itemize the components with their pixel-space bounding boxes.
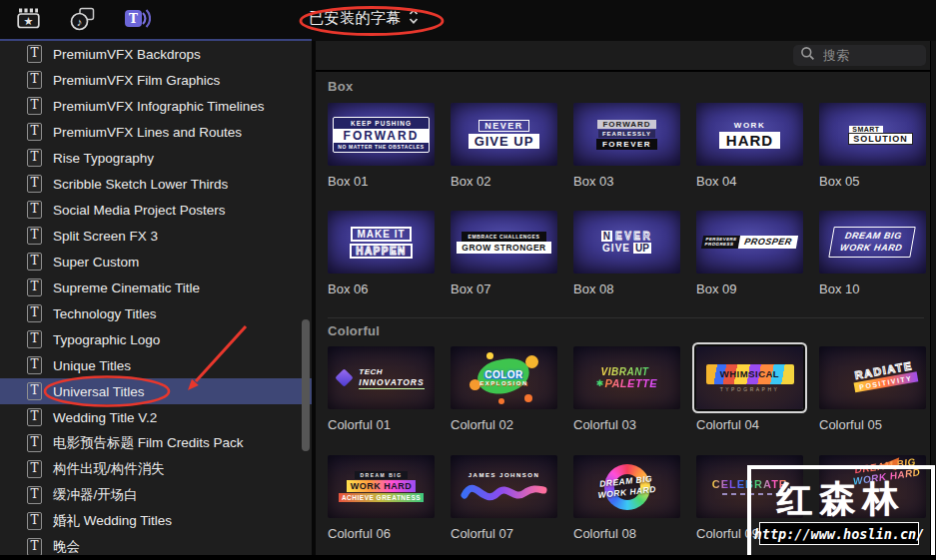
thumbnail-box-10[interactable]: DREAM BIG WORK HARD (819, 211, 926, 274)
thumbnail-colorful-08[interactable]: DREAM BIG WORK HARD (573, 455, 680, 518)
thumbnail-colorful-03[interactable]: VIBRANT ✱ PALETTE (573, 346, 680, 409)
thumbnail-label: Colorful 07 (451, 526, 557, 541)
thumbnail-label: Colorful 04 (696, 417, 803, 432)
thumbnail-box-02[interactable]: NEVER GIVE UP (451, 103, 557, 166)
browser-toolbar: ★ ♪ (0, 0, 936, 41)
thumb-text: FOREVER (596, 139, 657, 150)
photos-audio-browser-button[interactable]: ♪ (66, 7, 98, 35)
paint-dot (486, 352, 493, 359)
thumbnail-box-03[interactable]: FORWARD FEARLESSLY FOREVER (573, 103, 680, 166)
sidebar-item[interactable]: TTechnology Titles (0, 300, 312, 326)
watermark-frame: 红森林 http://www.hoslin.cn/ (747, 465, 935, 559)
thumbnail-box-05[interactable]: SMART SOLUTION (819, 103, 926, 166)
thumbnail-colorful-01[interactable]: TECH INNOVATORS (328, 346, 435, 409)
sidebar-item[interactable]: TUnique Titles (0, 352, 312, 378)
title-pack-icon: T (27, 97, 42, 115)
thumbnail-box-01[interactable]: KEEP PUSHING FORWARD NO MATTER THE OBSTA… (328, 103, 435, 166)
sidebar-item[interactable]: T婚礼 Wedding Titles (0, 508, 312, 534)
title-pack-icon: T (27, 175, 42, 193)
thumbnail-box-08[interactable]: N EVER GIVE UP (573, 211, 680, 274)
grid-cell: EMBRACE CHALLENGES GROW STRONGER Box 07 (451, 211, 557, 296)
thumbnail-art: KEEP PUSHING FORWARD NO MATTER THE OBSTA… (328, 103, 435, 166)
grid-cell: COLOR EXPLOSION Colorful 02 (451, 346, 557, 432)
installed-titles-dropdown[interactable]: 已安装的字幕 (309, 8, 419, 29)
paint-dot (524, 394, 532, 402)
sidebar-item[interactable]: TPremiumVFX Backdrops (0, 41, 312, 67)
sidebar-item[interactable]: TWedding Title V.2 (0, 404, 312, 430)
sidebar-item[interactable]: TPremiumVFX Infographic Timelines (0, 93, 312, 119)
thumb-text: N (601, 231, 612, 242)
sidebar-item[interactable]: TRise Typography (0, 145, 312, 171)
sidebar-item-universal-titles[interactable]: TUniversal Titles (0, 378, 312, 404)
thumb-text: WORK HARD (347, 480, 417, 492)
search-input[interactable] (821, 47, 915, 64)
thumbnail-colorful-07[interactable]: JAMES JOHNSON (451, 455, 557, 518)
title-pack-icon: T (27, 227, 42, 245)
title-pack-icon: T (27, 201, 42, 219)
sidebar-item[interactable]: T缓冲器/开场白 (0, 482, 312, 508)
grid-cell: VIBRANT ✱ PALETTE Colorful 03 (573, 346, 680, 432)
thumbnail-art: N EVER GIVE UP (573, 211, 680, 274)
sidebar-item[interactable]: T电影预告标题 Film Credits Pack (0, 430, 312, 456)
title-pack-icon: T (27, 71, 42, 89)
thumbnail-art: DREAM BIG WORK HARD ACHIEVE GREATNESS (328, 455, 435, 518)
thumbnail-box-06[interactable]: MAKE IT HAPPEN (328, 211, 435, 274)
sidebar-item[interactable]: TSuper Custom (0, 249, 312, 275)
thumbnail-art: SMART SOLUTION (819, 103, 926, 166)
sidebar-item[interactable]: TScribble Sketch Lower Thirds (0, 171, 312, 197)
thumb-text: MAKE IT (351, 227, 411, 242)
title-pack-icon: T (27, 434, 42, 452)
search-row (316, 41, 930, 72)
thumb-text: FORWARD (597, 120, 655, 129)
sidebar-item[interactable]: TSupreme Cinematic Title (0, 275, 312, 300)
thumb-text: EVER (615, 231, 652, 242)
titles-generators-browser-button[interactable]: T (120, 7, 152, 35)
thumbnail-box-04[interactable]: WORK HARD (696, 103, 803, 166)
thumbnail-art: WHIMSICAL TYPOGRAPHY (696, 346, 803, 409)
grid-cell: TECH INNOVATORS Colorful 01 (328, 346, 435, 432)
sidebar-item[interactable]: T构件出现/构件消失 (0, 456, 312, 482)
sidebar-item[interactable]: TSplit Screen FX 3 (0, 223, 312, 249)
thumb-text: UP (633, 243, 651, 254)
sidebar-item[interactable]: TTypographic Logo (0, 326, 312, 352)
thumbnail-colorful-05[interactable]: RADIATE POSITIVITY (819, 346, 926, 409)
thumbnail-art: NEVER GIVE UP (451, 103, 557, 166)
thumbnail-label: Box 05 (819, 174, 926, 189)
thumbnail-colorful-06[interactable]: DREAM BIG WORK HARD ACHIEVE GREATNESS (328, 455, 435, 518)
thumbnail-colorful-04-selected[interactable]: WHIMSICAL TYPOGRAPHY (696, 346, 803, 409)
grid-cell: PERSEVERE PROGRESS PROSPER Box 09 (696, 211, 803, 296)
search-field[interactable] (793, 45, 926, 66)
sidebar-item[interactable]: TPremiumVFX Lines and Routes (0, 119, 312, 145)
thumb-text: FEARLESSLY (598, 130, 655, 138)
thumbnail-label: Box 02 (451, 174, 557, 189)
thumbnail-label: Colorful 03 (573, 417, 680, 432)
svg-text:T: T (129, 12, 138, 26)
thumb-text: EXPLOSION (479, 380, 528, 386)
watermark-brand: 红森林 (751, 475, 931, 524)
thumbnail-label: Box 03 (573, 174, 680, 189)
sidebar-item[interactable]: TPremiumVFX Film Graphics (0, 67, 312, 93)
titles-browser-window: ★ ♪ (0, 0, 936, 560)
thumb-text: DREAM BIG (841, 231, 905, 243)
thumb-text: GIVE (602, 243, 630, 254)
thumb-text: HAPPEN (350, 244, 413, 259)
thumbnail-box-07[interactable]: EMBRACE CHALLENGES GROW STRONGER (451, 211, 557, 274)
thumb-text: ACHIEVE GREATNESS (339, 493, 424, 502)
thumbnail-label: Box 01 (328, 174, 435, 189)
svg-text:★: ★ (23, 15, 33, 27)
thumbnail-label: Box 10 (819, 281, 926, 296)
sidebar-scrollbar[interactable] (302, 319, 310, 451)
thumbnail-label: Colorful 05 (819, 417, 926, 432)
thumb-text: JAMES JOHNSON (451, 472, 557, 478)
title-pack-icon: T (27, 253, 42, 271)
thumbnail-art: FORWARD FEARLESSLY FOREVER (573, 103, 680, 166)
section-divider (328, 317, 924, 318)
thumbnail-label: Box 04 (696, 174, 803, 189)
thumbnail-box-09[interactable]: PERSEVERE PROGRESS PROSPER (696, 211, 803, 274)
thumbnail-label: Colorful 02 (451, 417, 557, 432)
sidebar-item[interactable]: TSocial Media Project Posters (0, 197, 312, 223)
title-pack-icon: T (27, 45, 42, 63)
thumbnail-colorful-02[interactable]: COLOR EXPLOSION (451, 346, 557, 409)
title-pack-icon: T (27, 512, 42, 530)
effects-browser-button[interactable]: ★ (12, 7, 44, 35)
